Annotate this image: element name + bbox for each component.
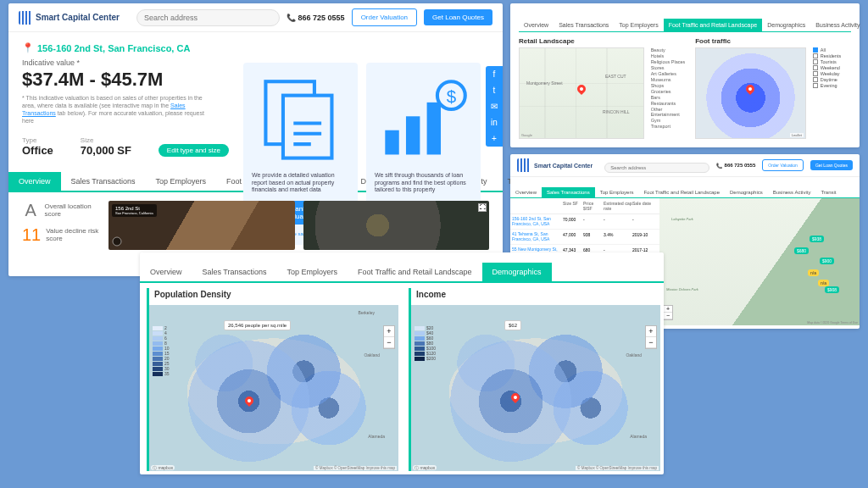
brand-logo-c[interactable]: Smart Capital Center	[517, 158, 593, 172]
tab-c-business[interactable]: Business Activity	[768, 187, 816, 197]
tab-d-foot-retail[interactable]: Foot Traffic and Retail Landscape	[348, 263, 481, 281]
sales-map[interactable]: Lafayette Park Mission Dolores Park $938…	[659, 198, 860, 325]
edit-type-size-button[interactable]: Edit type and size	[159, 144, 229, 157]
sales-row[interactable]: 41 Tehama St, San Francisco, CA, USA47,0…	[510, 230, 659, 245]
order-valuation-button[interactable]: Order Valuation	[352, 8, 417, 26]
foot-filter[interactable]: Daytime	[813, 77, 851, 82]
price-marker-na[interactable]: n/a	[818, 280, 829, 286]
price-marker[interactable]: $900	[820, 258, 834, 264]
income-map[interactable]: Oakland Alameda $62 $20$40$60$80$100$120…	[411, 305, 660, 471]
search-input-c[interactable]	[604, 163, 709, 173]
zoom-in-button[interactable]: +	[384, 326, 394, 337]
tab-b-demographics[interactable]: Demographics	[762, 19, 810, 31]
retail-category[interactable]: Transport	[651, 124, 691, 129]
tab-employers[interactable]: Top Employers	[146, 172, 217, 191]
get-loan-quotes-button[interactable]: Get Loan Quotes	[424, 9, 492, 25]
tab-c-sales[interactable]: Sales Transactions	[542, 187, 595, 197]
retail-category[interactable]: Art Galleries	[651, 71, 691, 76]
tab-c-foot-retail[interactable]: Foot Traffic and Retail Landscape	[638, 187, 725, 197]
checkbox-icon	[813, 71, 818, 76]
tab-overview[interactable]: Overview	[8, 172, 61, 191]
decline-score-row: 11 Value decline risk score	[22, 225, 100, 245]
tab-c-demographics[interactable]: Demographics	[725, 187, 768, 197]
tab-c-transit[interactable]: Transit	[815, 187, 841, 197]
price-marker[interactable]: $938	[810, 236, 824, 242]
foot-filter[interactable]: Tourists	[813, 59, 851, 64]
order-valuation-c[interactable]: Order Valuation	[762, 159, 804, 171]
mapbox-logo: ⓘ mapbox	[413, 465, 437, 470]
retail-category[interactable]: Beauty	[651, 47, 691, 53]
email-icon[interactable]: ✉	[486, 98, 503, 114]
zoom-out-button[interactable]: −	[384, 337, 394, 348]
tab-d-employers[interactable]: Top Employers	[277, 263, 348, 281]
satellite-thumb[interactable]: ⛶	[303, 201, 490, 250]
tab-b-employers[interactable]: Top Employers	[614, 19, 663, 31]
tab-d-overview[interactable]: Overview	[140, 263, 192, 281]
get-loan-quotes-c[interactable]: Get Loan Quotes	[810, 160, 853, 170]
foot-traffic-map[interactable]: Leaflet	[695, 47, 806, 139]
tab-c-overview[interactable]: Overview	[510, 187, 542, 197]
phone-number[interactable]: 📞 866 725 0555	[287, 14, 345, 22]
retail-category[interactable]: Religious Places	[651, 59, 691, 64]
tab-sales[interactable]: Sales Transactions	[61, 172, 146, 191]
foot-filter[interactable]: Weekend	[813, 65, 851, 70]
retail-category[interactable]: Groceries	[651, 89, 691, 94]
foot-title: Foot traffic	[695, 37, 851, 45]
overall-score-row: A Overall location score	[22, 201, 100, 220]
indicative-footnote: * This indicative valuation is based on …	[22, 94, 217, 125]
zoom-in-button[interactable]: +	[664, 306, 672, 313]
zoom-in-button[interactable]: +	[646, 326, 656, 337]
tab-b-sales[interactable]: Sales Transactions	[554, 19, 614, 31]
map-label: RINCON HILL	[603, 109, 630, 114]
tab-b-overview[interactable]: Overview	[519, 19, 554, 31]
zoom-out-button[interactable]: −	[646, 337, 656, 348]
property-panel: Smart Capital Center 📞 866 725 0555 Orde…	[8, 3, 503, 276]
price-marker[interactable]: $908	[825, 286, 839, 293]
tab-b-business[interactable]: Business Activity	[810, 19, 865, 31]
header: Smart Capital Center 📞 866 725 0555 Orde…	[8, 3, 503, 32]
social-rail: f t ✉ in +	[486, 66, 503, 147]
report-icon	[252, 75, 349, 165]
foot-filter[interactable]: Weekday	[813, 71, 851, 76]
foot-filter[interactable]: All	[813, 47, 851, 53]
retail-category[interactable]: Restaurants	[651, 101, 691, 106]
zoom-out-button[interactable]: −	[664, 313, 672, 319]
retail-category[interactable]: Shops	[651, 83, 691, 88]
search-input[interactable]	[136, 9, 280, 26]
tab-b-foot-retail[interactable]: Foot Traffic and Retail Landscape	[664, 19, 763, 31]
svg-rect-2	[385, 130, 398, 155]
price-marker-na[interactable]: n/a	[808, 269, 819, 276]
tab-b-transit[interactable]: Transit	[865, 19, 868, 31]
facebook-icon[interactable]: f	[486, 66, 503, 82]
income-tooltip: $62	[504, 320, 521, 330]
tab-d-sales[interactable]: Sales Transactions	[192, 263, 277, 281]
fullscreen-icon[interactable]: ⛶	[478, 203, 487, 212]
legend-swatch: $200	[415, 356, 436, 361]
linkedin-icon[interactable]: in	[486, 114, 503, 130]
streetview-thumb[interactable]: 156 2nd StSan Francisco, California	[108, 201, 295, 250]
foot-filter[interactable]: Evening	[813, 83, 851, 88]
phone-c[interactable]: 📞 866 725 0555	[716, 163, 756, 169]
pop-density-col: Population Density Berkeley Oakland Alam…	[147, 288, 398, 471]
share-icon[interactable]: +	[486, 130, 503, 147]
retail-category[interactable]: Stores	[651, 65, 691, 70]
foot-filter[interactable]: Residents	[813, 53, 851, 58]
foot-traffic-legend: AllResidentsTouristsWeekendWeekdayDaytim…	[810, 47, 851, 139]
tab-d-demographics[interactable]: Demographics	[482, 263, 552, 281]
brand-logo[interactable]: Smart Capital Center	[19, 11, 120, 25]
map-zoom-d2: + −	[645, 325, 657, 349]
price-marker[interactable]: $680	[794, 247, 809, 254]
tab-c-employers[interactable]: Top Employers	[595, 187, 639, 197]
retail-category[interactable]: Bars	[651, 95, 691, 100]
retail-category[interactable]: Other Entertainment	[651, 107, 691, 117]
twitter-icon[interactable]: t	[486, 82, 503, 98]
loan-text: We sift through thousands of loan progra…	[375, 172, 472, 194]
pop-density-map[interactable]: Berkeley Oakland Alameda 26,546 people p…	[149, 305, 398, 471]
retail-category[interactable]: Gym	[651, 118, 691, 123]
retail-map[interactable]: Montgomery Street EAST CUT RINCON HILL G…	[519, 47, 644, 139]
retail-category[interactable]: Hotels	[651, 53, 691, 58]
property-address[interactable]: 📍156-160 2nd St, San Francisco, CA	[22, 42, 489, 53]
density-tooltip: 26,546 people per sq.mile	[224, 320, 291, 330]
sales-row[interactable]: 156-160 2nd St, San Francisco, CA, USA70…	[510, 214, 659, 230]
retail-category[interactable]: Museums	[651, 77, 691, 82]
